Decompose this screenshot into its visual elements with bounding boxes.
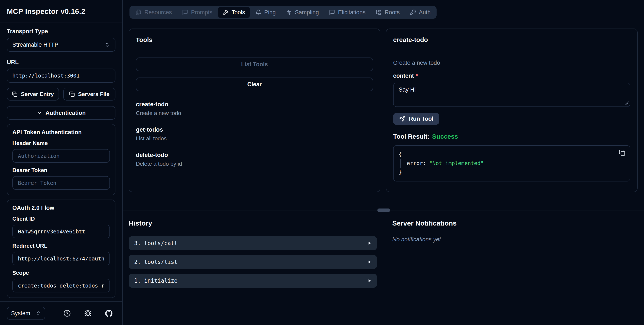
expand-arrow-icon <box>367 241 372 245</box>
tab-auth[interactable]: Auth <box>405 7 436 18</box>
url-label: URL <box>7 59 116 66</box>
api-token-title: API Token Authentication <box>12 129 110 136</box>
tab-elicitations[interactable]: Elicitations <box>324 7 370 18</box>
message-square-icon <box>182 9 188 15</box>
tool-result-json: { error: "Not implemented" } <box>393 145 630 182</box>
hammer-icon <box>223 9 229 15</box>
server-notifications-title: Server Notifications <box>392 219 644 227</box>
tool-item-get-todos[interactable]: get-todos List all todos <box>136 126 373 142</box>
selected-tool-panel: create-todo Create a new todo content* S… <box>386 28 638 192</box>
theme-select-value: System <box>11 310 30 317</box>
tab-resources[interactable]: Resources <box>131 7 176 18</box>
selected-tool-title: create-todo <box>386 29 637 51</box>
tool-item-delete-todo[interactable]: delete-todo Delete a todo by id <box>136 152 373 167</box>
url-input[interactable] <box>7 68 116 83</box>
resize-handle-icon[interactable] <box>625 101 629 105</box>
chevrons-up-down-icon <box>104 42 110 48</box>
copy-result-button[interactable] <box>619 150 625 156</box>
tools-panel: Tools List Tools Clear create-todo Creat… <box>129 28 380 192</box>
expand-arrow-icon <box>367 260 372 264</box>
servers-file-button[interactable]: Servers File <box>63 88 116 100</box>
sidebar-header: MCP Inspector v0.16.2 <box>0 0 122 23</box>
history-title: History <box>129 219 377 227</box>
authentication-toggle[interactable]: Authentication <box>7 106 116 120</box>
folder-tree-icon <box>376 9 382 15</box>
history-item-2-tools-list[interactable]: 2. tools/list <box>129 255 377 269</box>
sidebar-footer: System <box>0 301 122 325</box>
server-notifications-pane: Server Notifications No notifications ye… <box>384 210 644 325</box>
content-field-label: content* <box>393 72 630 79</box>
theme-select[interactable]: System <box>7 307 45 320</box>
nav-tabs: Resources Prompts Tools Ping Sampling El… <box>130 6 436 19</box>
sidebar: MCP Inspector v0.16.2 Transport Type Str… <box>0 0 123 325</box>
bell-icon <box>255 9 261 15</box>
copy-icon <box>619 150 625 156</box>
content-field-input[interactable]: Say Hi <box>393 83 630 107</box>
copy-icon <box>12 91 18 97</box>
selected-tool-description: Create a new todo <box>393 60 630 66</box>
header-name-input[interactable] <box>12 149 110 163</box>
message-square-icon <box>329 9 335 15</box>
bearer-token-label: Bearer Token <box>12 167 110 174</box>
mcp-inspector-app: MCP Inspector v0.16.2 Transport Type Str… <box>0 0 644 325</box>
tool-result-status: Success <box>432 133 458 140</box>
tools-panel-title: Tools <box>129 29 380 51</box>
required-asterisk: * <box>416 72 418 79</box>
bearer-token-input[interactable] <box>12 176 110 190</box>
history-item-1-initialize[interactable]: 1. initialize <box>129 274 377 288</box>
expand-arrow-icon <box>367 278 372 283</box>
github-icon <box>105 310 112 317</box>
history-item-3-tools-call[interactable]: 3. tools/call <box>129 236 377 250</box>
tool-item-create-todo[interactable]: create-todo Create a new todo <box>136 101 373 116</box>
top-panels-row: Tools List Tools Clear create-todo Creat… <box>123 19 644 192</box>
client-id-label: Client ID <box>12 216 110 222</box>
header-name-label: Header Name <box>12 140 110 146</box>
tab-roots[interactable]: Roots <box>371 7 404 18</box>
tab-tools[interactable]: Tools <box>218 7 250 18</box>
history-pane: History 3. tools/call 2. tools/list <box>123 210 384 325</box>
debug-button[interactable] <box>84 310 92 317</box>
transport-type-label: Transport Type <box>7 28 116 35</box>
notifications-empty-message: No notifications yet <box>392 236 644 243</box>
sidebar-content: Transport Type Streamable HTTP URL Serve… <box>0 23 122 301</box>
url-section: URL <box>7 59 116 83</box>
main-area: Resources Prompts Tools Ping Sampling El… <box>123 0 644 325</box>
tab-sampling[interactable]: Sampling <box>281 7 324 18</box>
tab-prompts[interactable]: Prompts <box>178 7 217 18</box>
redirect-url-input[interactable] <box>12 252 110 265</box>
oauth-title: OAuth 2.0 Flow <box>12 205 110 211</box>
server-entry-button[interactable]: Server Entry <box>7 88 59 100</box>
copy-icon <box>69 91 75 97</box>
tool-result-line: Tool Result:Success <box>393 133 630 140</box>
send-icon <box>399 116 405 122</box>
transport-type-select[interactable]: Streamable HTTP <box>7 38 116 52</box>
tools-panel-body: List Tools Clear create-todo Create a ne… <box>129 51 380 192</box>
clear-tools-button[interactable]: Clear <box>136 78 373 91</box>
bottom-panels-row: History 3. tools/call 2. tools/list <box>123 210 644 325</box>
key-icon <box>410 9 416 15</box>
transport-type-value: Streamable HTTP <box>12 42 58 48</box>
help-button[interactable] <box>64 310 71 317</box>
json-error-line: error: "Not implemented" <box>400 159 625 168</box>
chevron-down-icon <box>37 110 42 116</box>
scope-input[interactable] <box>12 279 110 292</box>
chevrons-up-down-icon <box>36 311 41 316</box>
run-tool-button[interactable]: Run Tool <box>393 113 439 125</box>
app-title: MCP Inspector v0.16.2 <box>7 7 86 16</box>
horizontal-splitter <box>123 210 644 210</box>
footer-icons <box>64 310 116 317</box>
api-token-card: API Token Authentication Header Name Bea… <box>7 124 116 195</box>
tab-ping[interactable]: Ping <box>251 7 280 18</box>
content-field-wrap: Say Hi <box>393 83 630 107</box>
splitter-handle[interactable] <box>377 208 390 212</box>
github-button[interactable] <box>105 310 112 317</box>
client-id-input[interactable] <box>12 225 110 238</box>
transport-section: Transport Type Streamable HTTP <box>7 28 116 52</box>
circle-help-icon <box>64 310 71 317</box>
tools-list: create-todo Create a new todo get-todos … <box>136 101 373 167</box>
list-tools-button[interactable]: List Tools <box>136 58 373 71</box>
scope-label: Scope <box>12 270 110 276</box>
redirect-url-label: Redirect URL <box>12 242 110 249</box>
json-close-brace: } <box>399 168 625 177</box>
tool-result-label: Tool Result: <box>393 133 430 140</box>
